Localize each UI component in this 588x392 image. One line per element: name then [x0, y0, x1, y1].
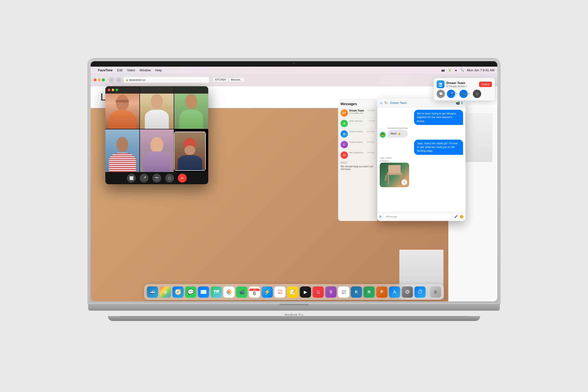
browser-close-btn[interactable]: [94, 78, 96, 81]
messages-input-bar: A iMessage 🎤 😊: [377, 212, 466, 221]
screen-bezel: FaceTime Edit Video Window Help 📷 🔋 ▲ 🔍 …: [91, 61, 497, 301]
message-sender-konstantin: Konstantin Babichev: [388, 127, 408, 129]
message-received-1-content: Konstantin Babichev Nice! 👍: [388, 127, 408, 138]
message-photo-preview: ↑: [380, 163, 409, 187]
svg-rect-1: [388, 165, 400, 173]
dock-app-safari[interactable]: 🧭: [172, 286, 184, 298]
messages-info-icon[interactable]: ℹ: [461, 101, 462, 105]
menubar-left: FaceTime Edit Video Window Help: [94, 68, 162, 72]
dock-app-maps[interactable]: 🗺: [211, 286, 222, 298]
dock-app-music[interactable]: ♫: [312, 286, 324, 298]
message-sender-juan: Juan Carlos: [380, 157, 463, 159]
person5-body: [143, 152, 170, 172]
browser-tab-kitchen[interactable]: KITCHEN: [213, 78, 228, 82]
person6-body: [178, 155, 202, 170]
svg-line-24: [227, 293, 228, 294]
browser-tab-monocle[interactable]: Monocle...: [229, 78, 244, 82]
conversation-avatar-3: B: [340, 130, 348, 138]
menubar-video[interactable]: Video: [127, 68, 135, 72]
dock-app-facetime[interactable]: 📹: [236, 286, 248, 298]
shareplay-group-icon: [436, 80, 444, 88]
facetime-share-btn[interactable]: ⬡: [165, 174, 174, 182]
shareplay-video-btn[interactable]: 📹: [460, 90, 468, 98]
dock-app-calendar[interactable]: JUN 6: [249, 286, 260, 298]
dock-app-pages[interactable]: P: [376, 286, 388, 298]
shareplay-screen-btn[interactable]: ⬡: [473, 90, 481, 98]
person1-glasses: [116, 100, 129, 102]
dock-app-finder[interactable]: [147, 286, 158, 298]
menubar-app-name[interactable]: FaceTime: [98, 68, 113, 72]
facetime-mic-btn[interactable]: 🎤: [140, 174, 148, 182]
macbook-container: FaceTime Edit Video Window Help 📷 🔋 ▲ 🔍 …: [88, 59, 500, 333]
shareplay-mic-btn[interactable]: 🎤: [447, 90, 455, 98]
dock-app-systemprefs[interactable]: ⚙: [402, 286, 413, 298]
browser-tabs: KITCHEN Monocle...: [213, 78, 244, 82]
message-received-2-row: Juan Carlos 6 Photos: [380, 157, 463, 187]
menubar-edit[interactable]: Edit: [117, 68, 122, 72]
browser-forward-btn[interactable]: ›: [116, 77, 122, 82]
messages-apps-icon[interactable]: A: [379, 214, 382, 218]
photo-share-icon[interactable]: ↑: [401, 179, 407, 185]
macbook-foot: [108, 316, 480, 321]
conversation-item-2[interactable]: A hink I lost my 7:34 AM: [340, 118, 375, 129]
calendar-date: 6: [253, 291, 256, 296]
dock-app-screentime[interactable]: ⏱: [414, 286, 426, 298]
browser-address-bar[interactable]: 🔒 leeandnim.co: [124, 77, 209, 83]
conversation-item-5[interactable]: D We should hang out soon! Let me know. …: [340, 150, 375, 160]
dock-app-launchpad[interactable]: ⊞: [160, 286, 171, 298]
conversation-item-dreamteam[interactable]: DT Dream Team ar's wallet, It's 9:41 AM: [340, 108, 375, 118]
person5-head: [150, 137, 164, 153]
dock-app-keynote[interactable]: K: [351, 286, 362, 298]
facetime-screen-share-btn[interactable]: ⬜: [127, 174, 136, 182]
facetime-window: ⬜ 🎤 📷 ⬡ ✕: [105, 86, 208, 184]
browser-back-btn[interactable]: ‹: [109, 77, 114, 82]
facetime-close-btn[interactable]: [108, 89, 110, 91]
conversation-content-4: d love to hear: [349, 141, 365, 148]
dock-app-messages[interactable]: 💬: [185, 286, 196, 298]
dock-app-appstore[interactable]: A: [389, 286, 400, 298]
menubar-right: 📷 🔋 ▲ 🔍 Mon Jun 7 9:41 AM: [441, 68, 494, 72]
dock-app-news[interactable]: 📰: [338, 286, 349, 298]
dock-app-shortcuts[interactable]: ⚡: [262, 286, 273, 298]
conversation-preview-2: hink I lost my: [349, 120, 366, 122]
facetime-minimize-btn[interactable]: [112, 89, 114, 91]
dock-app-trash[interactable]: 🗑: [430, 286, 441, 298]
menubar-battery-icon: 🔋: [448, 68, 452, 72]
browser-minimize-btn[interactable]: [98, 78, 101, 81]
dock-app-reminders[interactable]: ☑: [274, 286, 286, 298]
messages-body: We've been trying to get designs togethe…: [377, 107, 466, 212]
facetime-end-call-btn[interactable]: ✕: [178, 174, 187, 182]
dock-app-notes[interactable]: 📝: [287, 286, 298, 298]
dock-app-appletv[interactable]: ▶: [300, 286, 311, 298]
menubar-wifi-icon: ▲: [454, 68, 458, 72]
browser-maximize-btn[interactable]: [102, 78, 105, 81]
dock-app-mail[interactable]: ✉️: [198, 286, 209, 298]
conversation-item-3[interactable]: B d love to hear Yesterday: [340, 129, 375, 140]
shareplay-message-ctrl: 💬: [436, 90, 445, 98]
facetime-zoom-btn[interactable]: [116, 89, 118, 91]
menubar-help[interactable]: Help: [155, 68, 162, 72]
person4-head: [116, 137, 128, 152]
facetime-camera-btn[interactable]: 📷: [152, 174, 161, 182]
messages-input-field[interactable]: iMessage: [383, 214, 453, 220]
svg-line-23: [230, 290, 231, 291]
messages-sidebar: Messages DT Dream Team ar's wallet, It's…: [338, 98, 377, 221]
shareplay-mic-arrow[interactable]: ▼: [456, 93, 458, 95]
menubar-window[interactable]: Window: [140, 68, 151, 72]
dock-app-podcasts[interactable]: 🎙: [325, 286, 337, 298]
messages-emoji-icon[interactable]: 😊: [460, 214, 464, 218]
shareplay-message-btn[interactable]: 💬: [436, 90, 445, 98]
messages-new-compose-icon[interactable]: ⎋: [380, 101, 382, 105]
shareplay-leave-button[interactable]: Leave: [479, 82, 492, 87]
message-photo-label: 6 Photos: [380, 160, 388, 162]
conversation-item-4[interactable]: C d love to hear Yesterday: [340, 140, 375, 150]
menubar-search-icon[interactable]: 🔍: [460, 68, 464, 72]
shareplay-video-arrow[interactable]: ▼: [468, 93, 470, 95]
conversation-time-3: Yesterday: [366, 130, 375, 138]
messages-facetime-video-icon[interactable]: 📹: [456, 101, 460, 105]
dock-app-photos[interactable]: [224, 286, 235, 298]
dock-app-numbers[interactable]: N: [364, 286, 375, 298]
svg-rect-3: [400, 175, 401, 185]
messages-dictate-icon[interactable]: 🎤: [454, 215, 458, 218]
svg-rect-2: [388, 175, 389, 185]
